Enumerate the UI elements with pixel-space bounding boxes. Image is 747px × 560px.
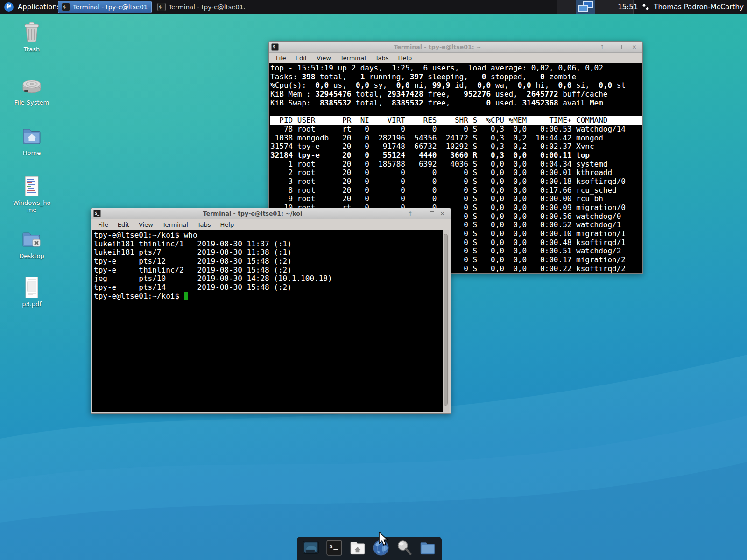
desktop-icon-home[interactable]: Home [7, 125, 57, 156]
terminal-app-icon: $ [325, 539, 344, 559]
updown-arrows-icon [642, 3, 649, 11]
terminal-line: jeg pts/10 2019-08-30 14:28 (10.1.100.18… [94, 274, 443, 283]
menu-item-edit[interactable]: Edit [291, 55, 312, 62]
applications-label: Applications [18, 3, 61, 11]
taskbar-button-1[interactable]: $_Terminal - tpy-e@ltse01... [58, 1, 152, 13]
menu-item-tabs[interactable]: Tabs [371, 55, 394, 62]
terminal-line: tpy-e pts/12 2019-08-30 15:48 (:2) [94, 257, 443, 266]
process-row: 2 root 20 0 0 0 0 S 0,0 0,0 0:00.01 kthr… [270, 168, 642, 177]
user-menu-button[interactable]: Thomas Padron-McCarthy [654, 3, 744, 11]
close-icon[interactable]: ✕ [631, 44, 637, 50]
trash-icon [7, 21, 57, 44]
show-desktop-button[interactable] [301, 539, 321, 558]
window-title-top: Terminal - tpy-e@ltse01: ~ [279, 43, 596, 50]
menu-item-view[interactable]: View [312, 55, 336, 62]
file-manager-launcher[interactable] [348, 539, 367, 558]
magnifier-icon [395, 539, 414, 559]
close-icon[interactable]: ✕ [439, 211, 445, 217]
desktop-folder-icon [7, 228, 57, 251]
text-file-icon [7, 175, 57, 197]
terminal-launcher[interactable]: $ [324, 539, 344, 558]
terminal-line: tpy-e pts/14 2019-08-30 15:48 (:2) [94, 283, 443, 292]
desktop-icon-windows-home[interactable]: Windows_home [7, 175, 57, 213]
menu-item-terminal[interactable]: Terminal [158, 221, 193, 228]
menu-item-terminal[interactable]: Terminal [336, 55, 371, 62]
folder-home-icon [348, 539, 367, 559]
menu-item-help[interactable]: Help [216, 221, 239, 228]
mouse-cursor [378, 532, 391, 546]
prompt-line: tpy-e@ltse01:~/koi$ [94, 292, 443, 301]
folder-launcher[interactable] [418, 539, 437, 558]
terminal-line: lukeih181 thinlinc/1 2019-08-30 11:37 (:… [94, 240, 443, 249]
desktop-icon-label: File System [10, 99, 53, 106]
desktop-icon-label: Home [10, 149, 53, 156]
scrollbar[interactable] [443, 230, 449, 412]
pager-window [578, 5, 588, 12]
titlebar-top-terminal[interactable]: $_ Terminal - tpy-e@ltse01: ~ ↑ _ ✕ [269, 42, 642, 53]
maximize-icon[interactable] [430, 211, 434, 216]
workspace-1[interactable] [557, 0, 576, 14]
desktop-icon-file-system[interactable]: File System [7, 75, 57, 106]
terminal-line: tpy-e thinlinc/2 2019-08-30 15:48 (:2) [94, 266, 443, 275]
menubar-top-terminal: FileEditViewTerminalTabsHelp [269, 53, 642, 63]
minimize-icon[interactable]: _ [418, 211, 424, 217]
terminal-icon: $_ [157, 3, 166, 11]
koi-terminal-output[interactable]: tpy-e@ltse01:~/koi$ wholukeih181 thinlin… [92, 230, 443, 412]
menu-item-file[interactable]: File [271, 55, 291, 62]
menu-item-edit[interactable]: Edit [113, 221, 134, 228]
process-row: 8 root 20 0 0 0 0 S 0,0 0,0 0:17.66 rcu_… [270, 186, 642, 195]
pdf-icon [7, 276, 57, 299]
top-table-header: PID USER PR NI VIRT RES SHR S %CPU %MEM … [270, 116, 642, 125]
drive-icon [7, 75, 57, 97]
terminal-cursor [184, 292, 189, 300]
desktop-icon-trash[interactable]: Trash [7, 21, 57, 53]
terminal-window-icon: $_ [271, 43, 279, 51]
process-row: 31574 tpy-e 20 0 91748 66732 10292 S 0,3… [270, 142, 642, 151]
desktop-icon-label: p3.pdf [10, 301, 53, 308]
maximize-icon[interactable] [621, 45, 626, 49]
terminal-line: lukeih181 pts/7 2019-08-30 11:38 (:1) [94, 248, 443, 257]
applications-icon [4, 2, 14, 12]
desktop-icon-desktop[interactable]: Desktop [7, 228, 57, 259]
titlebar-koi-terminal[interactable]: $_ Terminal - tpy-e@ltse01: ~/koi ↑ _ ✕ [91, 208, 451, 219]
process-row: 3 root 20 0 0 0 0 S 0,0 0,0 0:00.18 ksof… [270, 177, 642, 186]
folder-open-icon [418, 539, 437, 559]
top-panel: Applications $_Terminal - tpy-e@ltse01..… [0, 0, 747, 14]
terminal-line: Tasks: 398 total, 1 running, 397 sleepin… [270, 73, 642, 82]
show-desktop-icon [302, 539, 320, 559]
app-finder-launcher[interactable] [395, 539, 414, 558]
window-buttons: $_Terminal - tpy-e@ltse01...$_Terminal -… [58, 1, 248, 13]
process-row: 78 root rt 0 0 0 0 S 0,3 0,0 0:00.53 wat… [270, 125, 642, 134]
minimize-icon[interactable]: _ [610, 44, 616, 50]
terminal-line: tpy-e@ltse01:~/koi$ who [94, 231, 443, 240]
desktop-icon-p3-pdf[interactable]: p3.pdf [7, 276, 57, 308]
workspace-2[interactable] [576, 0, 595, 14]
process-row: 1038 mongodb 20 0 282196 54356 24172 S 0… [270, 134, 642, 143]
taskbar-button-label: Terminal - tpy-e@ltse01... [73, 3, 148, 11]
window-title-koi: Terminal - tpy-e@ltse01: ~/koi [101, 210, 404, 217]
home-folder-icon [7, 125, 57, 147]
menu-item-tabs[interactable]: Tabs [193, 221, 216, 228]
scrollbar-thumb[interactable] [444, 234, 448, 406]
applications-menu-button[interactable]: Applications [0, 0, 66, 14]
shade-icon[interactable]: ↑ [407, 211, 413, 217]
terminal-line: KiB Swap: 8385532 total, 8385532 free, 0… [270, 99, 642, 108]
desktop: { "panel": { "applications_label": "Appl… [0, 0, 747, 560]
terminal-icon: $_ [62, 3, 70, 11]
clock: 15:51 [618, 3, 638, 11]
taskbar-button-label: Terminal - tpy-e@ltse01... [169, 3, 245, 11]
desktop-icon-label: Desktop [10, 252, 53, 259]
svg-text:$: $ [329, 543, 333, 550]
dock: $ [297, 537, 442, 560]
shade-icon[interactable]: ↑ [599, 44, 605, 50]
process-row: 32184 tpy-e 20 0 55124 4440 3660 R 0,3 0… [270, 151, 642, 160]
process-row: 1 root 20 0 185788 6392 4036 S 0,0 0,0 0… [270, 160, 642, 169]
terminal-line [270, 107, 642, 116]
menu-item-view[interactable]: View [134, 221, 158, 228]
workspace-3[interactable] [595, 0, 614, 14]
menu-item-help[interactable]: Help [394, 55, 417, 62]
desktop-icon-label: Windows_home [10, 199, 53, 213]
process-row: 9 root 20 0 0 0 0 S 0,0 0,0 0:00.00 rcu_… [270, 195, 642, 203]
menu-item-file[interactable]: File [93, 221, 113, 228]
taskbar-button-2[interactable]: $_Terminal - tpy-e@ltse01... [154, 1, 248, 13]
